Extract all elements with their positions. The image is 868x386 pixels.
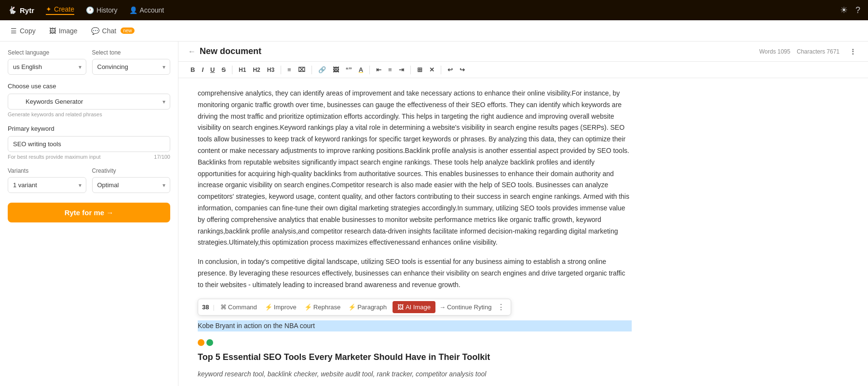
chat-label: Chat	[102, 27, 117, 35]
paragraph-button[interactable]: ⚡ Paragraph	[346, 303, 389, 312]
align-right-button[interactable]: ⇥	[396, 65, 407, 75]
editor-header: ← New document Words 1095 Characters 767…	[178, 41, 868, 62]
creativity-select[interactable]: Optimal	[92, 177, 171, 193]
copy-icon: ☰	[11, 27, 17, 35]
toolbar-separator-4	[369, 66, 370, 74]
command-icon: ⌘	[220, 303, 227, 311]
ol-button[interactable]: ⌧	[296, 65, 308, 75]
toolbar-separator-6	[441, 66, 441, 74]
help-button[interactable]: ?	[855, 5, 860, 15]
floating-toolbar: 38 | ⌘ Command ⚡ Improve ⚡ Rephrase ⚡ Pa…	[198, 299, 511, 316]
ai-image-label: AI Image	[406, 303, 431, 311]
use-case-group: Choose use case 🔑 Keywords Generator	[8, 83, 170, 110]
sidebar: Select language us English Select tone C…	[0, 41, 178, 386]
align-center-button[interactable]: ≡	[386, 65, 394, 75]
editor-menu-button[interactable]: ⋮	[847, 46, 858, 56]
variants-creativity-row: Variants 1 variant Creativity Optimal	[8, 167, 170, 193]
history-icon: 🕐	[86, 6, 94, 14]
toolbar-separator-2	[281, 66, 281, 74]
chat-icon: 💬	[91, 27, 99, 35]
creativity-select-wrap: Optimal	[92, 177, 171, 193]
image-insert-button[interactable]: 🖼	[330, 65, 341, 75]
ai-image-button[interactable]: 🖼 AI Image	[393, 301, 435, 313]
heading-seo-tools: Top 5 Essential SEO Tools Every Marketer…	[198, 350, 632, 365]
improve-button[interactable]: ⚡ Improve	[263, 303, 298, 312]
strikethrough-button[interactable]: S	[219, 65, 228, 75]
ai-image-icon: 🖼	[397, 303, 404, 311]
ryte-button-label: Ryte for me →	[65, 208, 114, 217]
quote-button[interactable]: “”	[343, 65, 354, 75]
language-select[interactable]: us English	[8, 59, 86, 75]
formatting-toolbar: B I U S H1 H2 H3 ≡ ⌧ 🔗 🖼 “” A ⇤ ≡ ⇥ ⊞ ✕ …	[178, 62, 868, 78]
paragraph-label: Paragraph	[357, 303, 387, 311]
use-case-label: Choose use case	[8, 83, 170, 90]
tab-copy[interactable]: ☰ Copy	[4, 24, 42, 38]
clear-format-button[interactable]: ✕	[427, 65, 437, 75]
use-case-hint: Generate keywords and related phrases	[8, 111, 170, 117]
nav-right: ☀ ?	[840, 5, 860, 15]
rephrase-label: Rephrase	[313, 303, 340, 311]
tab-chat[interactable]: 💬 Chat new	[84, 24, 141, 38]
floating-number: 38	[202, 303, 209, 311]
bold-button[interactable]: B	[188, 65, 197, 75]
italic-keywords: keyword research tool, backlink checker,…	[198, 369, 632, 380]
variants-select[interactable]: 1 variant	[8, 177, 86, 193]
h3-button[interactable]: H3	[265, 65, 277, 75]
continue-label: Continue Ryting	[447, 303, 492, 311]
keyword-hint: For best results provide maximum input	[8, 154, 101, 160]
rephrase-button[interactable]: ⚡ Rephrase	[302, 303, 342, 312]
theme-toggle[interactable]: ☀	[840, 5, 848, 15]
highlight-button[interactable]: A	[356, 65, 366, 75]
h1-button[interactable]: H1	[236, 65, 248, 75]
back-button[interactable]: ←	[188, 47, 196, 56]
account-icon: 👤	[129, 6, 137, 14]
history-label: History	[96, 6, 118, 14]
nav-history[interactable]: 🕐 History	[86, 6, 118, 14]
create-label: Create	[54, 5, 74, 13]
creativity-group: Creativity Optimal	[92, 167, 171, 193]
command-button[interactable]: ⌘ Command	[218, 303, 259, 312]
brand-logo[interactable]: 🐇 Rytr	[8, 6, 34, 14]
improve-icon: ⚡	[265, 303, 272, 311]
variants-label: Variants	[8, 167, 86, 174]
highlighted-text: Kobe Bryant in action on the NBA court	[198, 320, 632, 332]
continue-icon: →	[439, 303, 446, 311]
ryte-button[interactable]: Ryte for me →	[8, 203, 170, 222]
nav-create[interactable]: ✦ Create	[46, 5, 74, 15]
improve-label: Improve	[274, 303, 297, 311]
toolbar-separator-1	[232, 66, 232, 74]
command-label: Command	[228, 303, 257, 311]
tab-image[interactable]: 🖼 Image	[42, 24, 84, 38]
italic-button[interactable]: I	[199, 65, 206, 75]
language-group: Select language us English	[8, 49, 86, 75]
ul-button[interactable]: ≡	[285, 65, 294, 75]
undo-button[interactable]: ↩	[445, 65, 455, 75]
brand-name: Rytr	[20, 6, 34, 14]
content-paragraph-2: In conclusion, in today's competitive di…	[198, 256, 632, 290]
use-case-wrap: 🔑 Keywords Generator	[8, 94, 170, 110]
more-button[interactable]: ⋮	[495, 303, 507, 312]
ai-dot-green	[206, 339, 213, 346]
redo-button[interactable]: ↪	[457, 65, 467, 75]
keyword-input[interactable]	[8, 136, 170, 152]
editor-header-right: Words 1095 Characters 7671 ⋮	[759, 46, 858, 56]
tone-label: Select tone	[92, 49, 171, 56]
table-button[interactable]: ⊞	[415, 65, 425, 75]
nav-account[interactable]: 👤 Account	[129, 6, 164, 14]
tone-select[interactable]: Convincing	[92, 59, 171, 75]
underline-button[interactable]: U	[208, 65, 217, 75]
image-label: Image	[59, 27, 78, 35]
content-scroll[interactable]: comprehensive analytics, they can identi…	[178, 78, 868, 386]
chat-badge: new	[121, 28, 134, 34]
word-count: Words 1095 Characters 7671	[759, 48, 840, 55]
link-button[interactable]: 🔗	[316, 65, 328, 75]
ai-dot-orange	[198, 339, 204, 346]
toolbar-separator-3	[312, 66, 312, 74]
toolbar-separator-5	[410, 66, 411, 74]
rephrase-icon: ⚡	[304, 303, 312, 311]
h2-button[interactable]: H2	[250, 65, 262, 75]
continue-ryting-button[interactable]: → Continue Ryting	[439, 303, 492, 311]
use-case-select[interactable]: Keywords Generator	[8, 94, 170, 110]
language-label: Select language	[8, 49, 86, 56]
align-left-button[interactable]: ⇤	[374, 65, 384, 75]
